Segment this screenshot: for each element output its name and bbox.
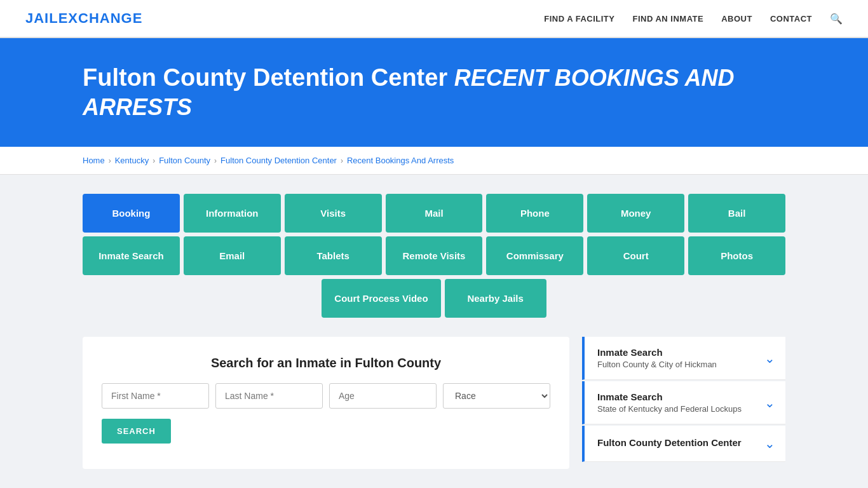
page-title: Fulton County Detention Center RECENT BO… [83,64,843,121]
btn-inmate-search[interactable]: Inmate Search [83,236,180,275]
chevron-down-icon-2: ⌄ [764,395,775,410]
search-button[interactable]: SEARCH [102,419,171,444]
breadcrumb-sep-2: › [153,156,155,165]
nav-find-inmate[interactable]: FIND AN INMATE [632,14,703,24]
logo-exchange: EXCHANGE [58,10,143,26]
breadcrumb-current: Recent Bookings And Arrests [347,156,454,165]
sidebar-item-title-3: Fulton County Detention Center [597,437,742,448]
main-content: Booking Information Visits Mail Phone Mo… [0,175,868,488]
hero-banner: Fulton County Detention Center RECENT BO… [0,38,868,147]
btn-money[interactable]: Money [587,194,684,233]
btn-photos[interactable]: Photos [688,236,785,275]
nav-buttons-row3: Court Process Video Nearby Jails [83,279,785,318]
breadcrumb-detention-center[interactable]: Fulton County Detention Center [220,156,337,165]
site-logo[interactable]: JAILEXCHANGE [25,10,142,27]
breadcrumb-sep-1: › [109,156,111,165]
btn-information[interactable]: Information [184,194,281,233]
btn-email[interactable]: Email [184,236,281,275]
sidebar-item-title-1: Inmate Search [597,347,717,358]
search-title: Search for an Inmate in Fulton County [102,356,550,370]
btn-bail[interactable]: Bail [688,194,785,233]
btn-nearby-jails[interactable]: Nearby Jails [445,279,546,318]
btn-visits[interactable]: Visits [285,194,382,233]
breadcrumb-sep-3: › [214,156,217,165]
nav-find-facility[interactable]: FIND A FACILITY [544,14,614,24]
site-header: JAILEXCHANGE FIND A FACILITY FIND AN INM… [0,0,868,38]
sidebar-item-detention-center[interactable]: Fulton County Detention Center ⌄ [582,426,785,462]
breadcrumb-home[interactable]: Home [83,156,105,165]
breadcrumb-fulton-county[interactable]: Fulton County [159,156,210,165]
content-area: Search for an Inmate in Fulton County Ra… [83,337,785,469]
nav-about[interactable]: ABOUT [721,14,752,24]
chevron-down-icon-3: ⌄ [764,436,775,451]
last-name-input[interactable] [215,383,323,409]
btn-phone[interactable]: Phone [486,194,583,233]
breadcrumb: Home › Kentucky › Fulton County › Fulton… [0,147,868,175]
btn-commissary[interactable]: Commissary [486,236,583,275]
sidebar: Inmate Search Fulton County & City of Hi… [582,337,785,462]
sidebar-item-fulton-county-city[interactable]: Inmate Search Fulton County & City of Hi… [582,337,785,380]
first-name-input[interactable] [102,383,209,409]
logo-jail: JAIL [25,10,58,26]
search-icon[interactable]: 🔍 [830,13,843,25]
nav-buttons-row1: Booking Information Visits Mail Phone Mo… [83,194,785,233]
btn-booking[interactable]: Booking [83,194,180,233]
sidebar-item-title-2: Inmate Search [597,391,742,402]
age-input[interactable] [329,383,437,409]
btn-tablets[interactable]: Tablets [285,236,382,275]
chevron-down-icon-1: ⌄ [764,351,775,366]
inmate-search-box: Search for an Inmate in Fulton County Ra… [83,337,569,469]
sidebar-item-subtitle-2: State of Kentucky and Federal Lockups [597,404,742,414]
btn-court[interactable]: Court [587,236,684,275]
search-fields: Race White Black Hispanic Asian Other [102,383,550,409]
breadcrumb-sep-4: › [341,156,343,165]
btn-court-process-video[interactable]: Court Process Video [322,279,440,318]
btn-remote-visits[interactable]: Remote Visits [386,236,483,275]
nav-buttons-row2: Inmate Search Email Tablets Remote Visit… [83,236,785,275]
sidebar-item-kentucky-federal[interactable]: Inmate Search State of Kentucky and Fede… [582,381,785,424]
sidebar-item-subtitle-1: Fulton County & City of Hickman [597,360,717,369]
nav-contact[interactable]: CONTACT [770,14,812,24]
btn-mail[interactable]: Mail [386,194,483,233]
main-nav: FIND A FACILITY FIND AN INMATE ABOUT CON… [544,13,843,25]
race-select[interactable]: Race White Black Hispanic Asian Other [443,383,550,409]
breadcrumb-kentucky[interactable]: Kentucky [115,156,149,165]
